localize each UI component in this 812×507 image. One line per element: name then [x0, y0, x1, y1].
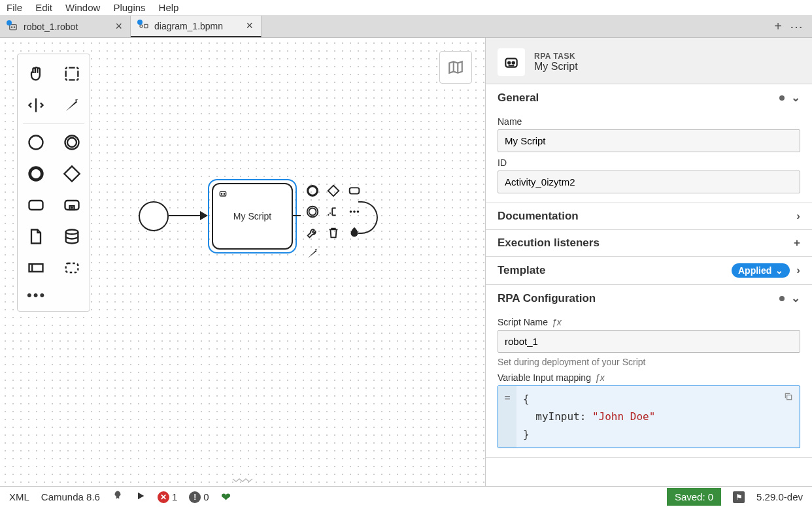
menu-plugins[interactable]: Plugins: [113, 2, 145, 13]
section-documentation-header[interactable]: Documentation ›: [486, 203, 812, 229]
new-tab-button[interactable]: +: [774, 19, 782, 34]
svg-rect-14: [65, 263, 78, 272]
fx-icon: ƒx: [552, 317, 562, 327]
element-type-label: RPA TASK: [534, 52, 578, 61]
tab-label: diagram_1.bpmn: [154, 21, 223, 31]
section-title: RPA Configuration: [498, 292, 596, 305]
append-end-event[interactable]: [303, 182, 322, 200]
element-type-icon: [498, 48, 525, 76]
connect-tool[interactable]: [54, 90, 90, 121]
add-listener-button[interactable]: +: [794, 237, 800, 250]
section-execution-listeners-header[interactable]: Execution listeners +: [486, 230, 812, 256]
hand-tool[interactable]: [18, 58, 54, 90]
menu-bar: File Edit Window Plugins Help: [0, 0, 812, 16]
svg-point-18: [308, 186, 318, 196]
data-store-tool[interactable]: [54, 221, 90, 252]
code-content[interactable]: { myInput: "John Doe" }: [516, 386, 800, 448]
flag-icon[interactable]: ⚑: [733, 491, 745, 503]
minimap-toggle[interactable]: [439, 51, 472, 84]
panel-resize-handle[interactable]: [223, 477, 262, 483]
properties-header: RPA TASK My Script: [486, 38, 812, 84]
bpmn-file-icon: [139, 21, 149, 31]
sequence-flow[interactable]: [169, 215, 207, 216]
start-event-tool[interactable]: [18, 127, 54, 158]
menu-edit[interactable]: Edit: [35, 2, 52, 13]
diagram-canvas[interactable]: ••• My Script: [0, 38, 485, 486]
palette-more-button[interactable]: •••: [18, 284, 90, 307]
robot-file-icon: [8, 22, 18, 32]
script-name-help: Set during deployment of your Script: [498, 357, 800, 367]
play-button[interactable]: [135, 491, 146, 503]
data-object-tool[interactable]: [18, 221, 54, 252]
chevron-right-icon: ›: [796, 210, 800, 223]
template-applied-badge[interactable]: Applied: [732, 263, 790, 278]
chevron-down-icon: ⌄: [791, 291, 800, 305]
play-icon: [135, 491, 146, 501]
section-general-header[interactable]: General ⌄: [486, 84, 812, 111]
tab-robot[interactable]: robot_1.robot ×: [0, 16, 131, 37]
robot-icon: [217, 188, 229, 199]
group-tool[interactable]: [54, 252, 90, 284]
xml-toggle[interactable]: XML: [9, 491, 29, 502]
menu-file[interactable]: File: [7, 2, 22, 13]
rocket-icon: [112, 490, 124, 502]
saved-badge: Saved: 0: [667, 488, 721, 506]
section-template-header[interactable]: Template Applied ›: [486, 257, 812, 284]
append-intermediate-event[interactable]: [303, 203, 322, 221]
section-rpa-header[interactable]: RPA Configuration ⌄: [486, 285, 812, 312]
task-tool[interactable]: [18, 189, 54, 221]
section-rpa-configuration: RPA Configuration ⌄ Script Name ƒx Set d…: [486, 285, 812, 458]
chevron-down-icon: ⌄: [791, 91, 800, 105]
append-gateway[interactable]: [324, 182, 343, 200]
svg-point-16: [221, 193, 222, 194]
variable-input-editor[interactable]: = { myInput: "John Doe" }: [498, 385, 800, 448]
rpa-task[interactable]: My Script: [212, 183, 293, 250]
problems-errors[interactable]: ✕1: [158, 491, 177, 503]
menu-help[interactable]: Help: [159, 2, 179, 13]
subprocess-tool[interactable]: [54, 189, 90, 221]
delete-trash[interactable]: [324, 223, 343, 242]
tab-menu-button[interactable]: ⋯: [790, 19, 803, 35]
intermediate-event-tool[interactable]: [54, 127, 90, 158]
svg-point-23: [353, 210, 356, 213]
svg-point-5: [29, 136, 42, 150]
close-icon[interactable]: ×: [115, 20, 122, 33]
modified-indicator-icon: [779, 296, 785, 301]
start-event[interactable]: [139, 201, 169, 231]
empty-slot: [366, 182, 384, 200]
connect-arrow[interactable]: [303, 244, 322, 263]
end-event-tool[interactable]: [18, 158, 54, 189]
section-general: General ⌄ Name ID: [486, 84, 812, 203]
svg-point-26: [508, 61, 510, 63]
id-input[interactable]: [498, 171, 800, 193]
script-name-input[interactable]: [498, 330, 800, 353]
lasso-tool[interactable]: [54, 58, 90, 90]
gateway-tool[interactable]: [54, 158, 90, 189]
tab-label: robot_1.robot: [24, 22, 78, 32]
expression-indicator: =: [498, 386, 516, 448]
problems-warnings[interactable]: !0: [189, 491, 209, 503]
feedback-button[interactable]: ❤: [221, 490, 231, 504]
popout-icon[interactable]: [784, 390, 794, 401]
svg-point-22: [350, 210, 352, 213]
outgoing-connector[interactable]: [293, 215, 301, 216]
tab-diagram[interactable]: diagram_1.bpmn ×: [131, 16, 262, 37]
svg-rect-13: [29, 264, 42, 272]
name-label: Name: [498, 116, 800, 127]
name-input[interactable]: [498, 129, 800, 152]
space-tool[interactable]: [18, 90, 54, 121]
chevron-right-icon: ›: [796, 264, 800, 277]
append-task[interactable]: [345, 182, 364, 200]
platform-label[interactable]: Camunda 8.6: [41, 491, 100, 502]
status-bar: XML Camunda 8.6 ✕1 !0 ❤ Saved: 0 ⚑ 5.29.…: [0, 486, 812, 507]
menu-window[interactable]: Window: [65, 2, 100, 13]
tool-palette: •••: [17, 54, 90, 312]
svg-rect-28: [787, 395, 792, 400]
annotate[interactable]: [324, 203, 343, 221]
deploy-button[interactable]: [112, 490, 124, 504]
script-name-label: Script Name ƒx: [498, 317, 800, 327]
close-icon[interactable]: ×: [246, 19, 253, 33]
change-type-wrench[interactable]: [303, 223, 322, 242]
task-label: My Script: [233, 211, 271, 221]
participant-tool[interactable]: [18, 252, 54, 284]
